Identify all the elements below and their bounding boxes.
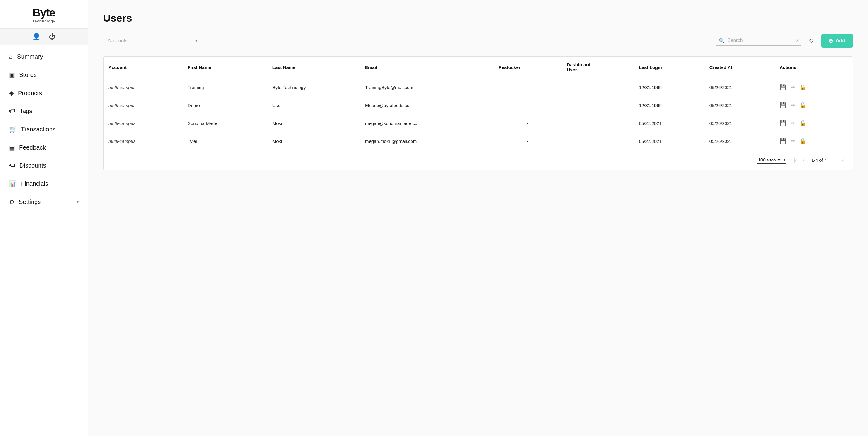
cell-created-at: 05/26/2021 bbox=[705, 78, 775, 96]
prev-page-button[interactable]: ‹ bbox=[801, 156, 806, 165]
sidebar-item-label: Feedback bbox=[19, 144, 79, 151]
cell-created-at: 05/26/2021 bbox=[705, 132, 775, 150]
first-page-button[interactable]: |‹ bbox=[792, 156, 799, 165]
settings-icon: ⚙ bbox=[9, 198, 14, 206]
lock-icon[interactable]: 🔒 bbox=[799, 102, 806, 109]
cell-first-name: Tyler bbox=[183, 132, 268, 150]
last-page-button[interactable]: ›| bbox=[839, 156, 846, 165]
table-row: multi-campus Tyler Mokri megan.mokri@gma… bbox=[103, 132, 852, 150]
chevron-down-icon: ▾ bbox=[783, 157, 786, 162]
add-label: Add bbox=[836, 38, 845, 44]
cell-created-at: 05/26/2021 bbox=[705, 114, 775, 132]
cell-email: megan.mokri@gmail.com bbox=[360, 132, 494, 150]
cell-last-login: 12/31/1969 bbox=[634, 96, 705, 114]
logo: Byte Technology bbox=[0, 0, 88, 29]
sidebar-item-transactions[interactable]: 🛒 Transactions bbox=[0, 120, 88, 138]
discounts-icon: 🏷 bbox=[9, 162, 15, 169]
next-page-button[interactable]: › bbox=[832, 156, 837, 165]
user-icon[interactable]: 👤 bbox=[32, 33, 40, 41]
page-title: Users bbox=[103, 12, 853, 24]
col-dashboard-user: DashboardUser bbox=[562, 57, 634, 78]
cell-created-at: 05/26/2021 bbox=[705, 96, 775, 114]
sidebar-item-products[interactable]: ◈ Products bbox=[0, 84, 88, 102]
products-icon: ◈ bbox=[9, 89, 14, 97]
refresh-button[interactable]: ↻ bbox=[806, 35, 816, 47]
sidebar-item-label: Summary bbox=[17, 53, 79, 60]
cell-last-name: Mokri bbox=[268, 132, 360, 150]
sidebar-item-label: Settings bbox=[19, 199, 72, 206]
edit-icon[interactable]: ✏ bbox=[790, 84, 795, 91]
edit-icon[interactable]: ✏ bbox=[790, 102, 795, 109]
sidebar-item-tags[interactable]: 🏷 Tags bbox=[0, 102, 88, 120]
edit-icon[interactable]: ✏ bbox=[790, 138, 795, 144]
search-input[interactable] bbox=[727, 38, 793, 43]
search-box: 🔍 ✕ bbox=[716, 36, 802, 46]
cell-actions: 💾 ✏ 🔒 bbox=[775, 96, 852, 114]
sidebar-item-label: Transactions bbox=[21, 126, 79, 133]
sidebar-item-label: Financials bbox=[21, 180, 79, 187]
sidebar-item-feedback[interactable]: ▤ Feedback bbox=[0, 138, 88, 156]
col-created-at: Created At bbox=[705, 57, 775, 78]
archive-icon[interactable]: 💾 bbox=[780, 138, 786, 144]
sidebar-item-financials[interactable]: 📊 Financials bbox=[0, 175, 88, 193]
archive-icon[interactable]: 💾 bbox=[780, 84, 786, 91]
col-last-login: Last Login bbox=[634, 57, 705, 78]
cell-actions: 💾 ✏ 🔒 bbox=[775, 132, 852, 150]
cell-actions: 💾 ✏ 🔒 bbox=[775, 114, 852, 132]
archive-icon[interactable]: 💾 bbox=[780, 102, 786, 109]
accounts-select[interactable]: Accounts bbox=[103, 34, 200, 48]
sidebar-nav: ⌂ Summary ▣ Stores ◈ Products 🏷 Tags 🛒 T… bbox=[0, 45, 88, 436]
logo-name: Byte bbox=[0, 7, 88, 18]
rows-select[interactable]: 100 rows 50 rows 25 rows ▾ bbox=[757, 157, 786, 164]
cell-dashboard-user bbox=[562, 132, 634, 150]
sidebar-item-label: Tags bbox=[20, 108, 79, 115]
sidebar-item-summary[interactable]: ⌂ Summary bbox=[0, 48, 88, 66]
sidebar-item-settings[interactable]: ⚙ Settings ▾ bbox=[0, 193, 88, 211]
tags-icon: 🏷 bbox=[9, 108, 15, 115]
cell-dashboard-user bbox=[562, 96, 634, 114]
archive-icon[interactable]: 💾 bbox=[780, 120, 786, 126]
edit-icon[interactable]: ✏ bbox=[790, 120, 795, 126]
cell-restocker: - bbox=[494, 114, 562, 132]
power-icon[interactable]: ⏻ bbox=[49, 33, 56, 41]
cell-account: multi-campus bbox=[103, 96, 183, 114]
cell-restocker: - bbox=[494, 96, 562, 114]
page-info: 1-4 of 4 bbox=[811, 157, 827, 163]
add-button[interactable]: ⊕ Add bbox=[821, 34, 853, 48]
lock-icon[interactable]: 🔒 bbox=[799, 138, 806, 144]
col-last-name: Last Name bbox=[268, 57, 360, 78]
clear-icon[interactable]: ✕ bbox=[795, 38, 799, 43]
chevron-down-icon: ▾ bbox=[76, 199, 79, 204]
cell-last-name: Mokri bbox=[268, 114, 360, 132]
sidebar-user-actions: 👤 ⏻ bbox=[0, 29, 88, 45]
cell-account: multi-campus bbox=[103, 114, 183, 132]
col-restocker: Restocker bbox=[494, 57, 562, 78]
cell-restocker: - bbox=[494, 132, 562, 150]
cell-last-login: 05/27/2021 bbox=[634, 114, 705, 132]
sidebar-item-label: Products bbox=[18, 90, 79, 97]
cell-first-name: Demo bbox=[183, 96, 268, 114]
summary-icon: ⌂ bbox=[9, 53, 13, 60]
accounts-dropdown[interactable]: Accounts ▾ bbox=[103, 34, 200, 48]
table-row: multi-campus Training Byte Technology Tr… bbox=[103, 78, 852, 96]
cell-last-name: Byte Technology bbox=[268, 78, 360, 96]
cell-first-name: Sonoma Made bbox=[183, 114, 268, 132]
toolbar: Accounts ▾ 🔍 ✕ ↻ ⊕ Add bbox=[103, 34, 853, 48]
cell-restocker: - bbox=[494, 78, 562, 96]
search-icon: 🔍 bbox=[719, 38, 725, 43]
col-actions: Actions bbox=[775, 57, 852, 78]
lock-icon[interactable]: 🔒 bbox=[799, 84, 806, 91]
transactions-icon: 🛒 bbox=[9, 125, 17, 133]
sidebar-item-discounts[interactable]: 🏷 Discounts bbox=[0, 156, 88, 175]
cell-last-login: 12/31/1969 bbox=[634, 78, 705, 96]
stores-icon: ▣ bbox=[9, 71, 15, 79]
cell-actions: 💾 ✏ 🔒 bbox=[775, 78, 852, 96]
cell-last-name: User bbox=[268, 96, 360, 114]
cell-dashboard-user bbox=[562, 78, 634, 96]
cell-email: megan@sonomamade.co bbox=[360, 114, 494, 132]
rows-per-page-select[interactable]: 100 rows 50 rows 25 rows bbox=[757, 157, 781, 163]
sidebar-item-stores[interactable]: ▣ Stores bbox=[0, 66, 88, 84]
cell-email: Elease@bytefoods.co - bbox=[360, 96, 494, 114]
lock-icon[interactable]: 🔒 bbox=[799, 120, 806, 126]
sidebar: Byte Technology 👤 ⏻ ⌂ Summary ▣ Stores ◈… bbox=[0, 0, 88, 436]
